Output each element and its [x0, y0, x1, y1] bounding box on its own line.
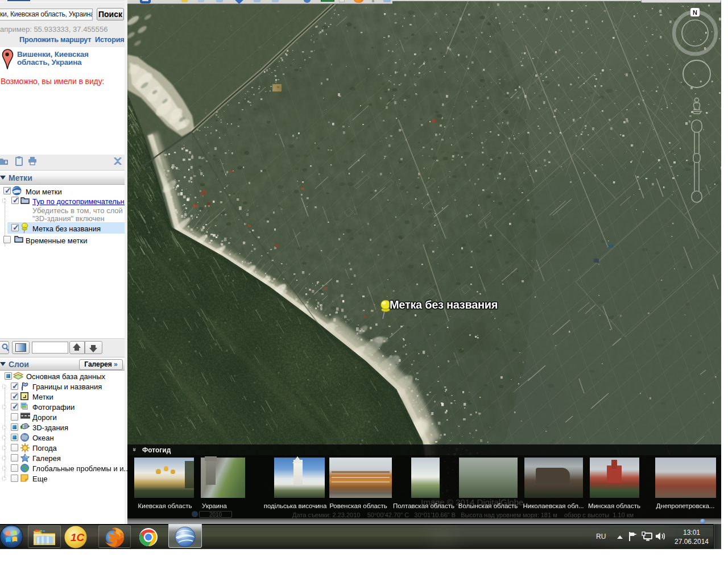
svg-text:1С: 1С — [71, 531, 85, 543]
svg-text:N: N — [693, 9, 697, 16]
